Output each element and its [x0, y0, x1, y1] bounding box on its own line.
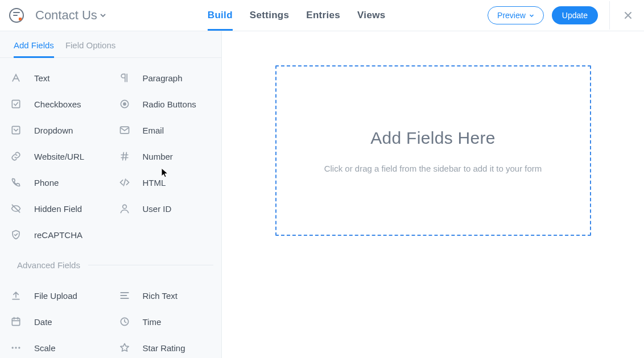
divider [609, 1, 610, 30]
svg-point-7 [122, 205, 126, 209]
sidebar-tab-field-options[interactable]: Field Options [65, 31, 115, 58]
field-label: HTML [143, 178, 166, 188]
checkbox-icon [10, 98, 28, 110]
svg-rect-5 [12, 126, 19, 134]
field-scale[interactable]: Scale [5, 335, 111, 358]
chevron-down-icon [100, 12, 106, 19]
svg-point-12 [18, 347, 20, 348]
topbar: Contact Us Build Settings Entries Views … [0, 0, 644, 31]
field-date[interactable]: Date [5, 309, 111, 335]
preview-label: Preview [497, 11, 526, 20]
hidden-icon [10, 203, 28, 214]
app-logo[interactable] [8, 7, 25, 24]
tab-entries[interactable]: Entries [306, 10, 340, 31]
field-label: Phone [34, 178, 59, 188]
field-label: Rich Text [143, 291, 177, 301]
field-label: Date [34, 317, 52, 327]
field-label: User ID [143, 204, 172, 214]
field-phone[interactable]: Phone [5, 169, 111, 195]
field-checkboxes[interactable]: Checkboxes [5, 91, 111, 117]
chevron-down-icon [529, 13, 534, 18]
advanced-fields-grid: File Upload Rich Text Date [0, 276, 221, 358]
tab-build[interactable]: Build [208, 10, 233, 31]
field-label: Email [143, 126, 164, 135]
field-label: File Upload [34, 291, 77, 301]
user-icon [119, 203, 137, 214]
sidebar-tabs: Add Fields Field Options [0, 31, 221, 58]
field-label: Checkboxes [34, 99, 81, 109]
basic-fields-grid: Text Paragraph Checkboxes [0, 58, 221, 255]
svg-point-11 [15, 347, 16, 348]
paragraph-icon [119, 72, 137, 84]
email-icon [119, 124, 137, 136]
topbar-actions: Preview Update [488, 1, 635, 30]
field-label: Paragraph [143, 73, 183, 83]
field-radio-buttons[interactable]: Radio Buttons [113, 91, 220, 117]
dropzone-subtitle: Click or drag a field from the sidebar t… [324, 164, 542, 173]
radio-icon [119, 98, 137, 110]
richtext-icon [119, 290, 137, 301]
field-label: Scale [34, 343, 56, 353]
dropzone[interactable]: Add Fields Here Click or drag a field fr… [275, 65, 591, 236]
field-website-url[interactable]: Website/URL [5, 143, 111, 169]
preview-button[interactable]: Preview [488, 6, 544, 24]
update-button[interactable]: Update [552, 6, 598, 24]
close-button[interactable] [621, 9, 635, 22]
form-canvas: Add Fields Here Click or drag a field fr… [222, 31, 644, 358]
field-label: Radio Buttons [143, 99, 196, 109]
dropdown-icon [10, 124, 28, 136]
svg-point-4 [123, 102, 126, 106]
field-recaptcha[interactable]: reCAPTCHA [5, 222, 111, 248]
field-star-rating[interactable]: Star Rating [113, 335, 220, 358]
sidebar-tab-add-fields[interactable]: Add Fields [14, 31, 54, 58]
tab-settings[interactable]: Settings [250, 10, 289, 31]
svg-point-10 [12, 347, 14, 348]
field-rich-text[interactable]: Rich Text [113, 282, 220, 309]
field-email[interactable]: Email [113, 117, 220, 143]
sidebar: Add Fields Field Options Text Paragraph [0, 31, 222, 358]
tab-views[interactable]: Views [357, 10, 385, 31]
field-user-id[interactable]: User ID [113, 195, 220, 222]
page-title-text: Contact Us [35, 8, 97, 23]
field-label: Website/URL [34, 152, 84, 161]
date-icon [10, 316, 28, 327]
field-label: Text [34, 73, 50, 83]
upload-icon [10, 290, 28, 301]
main-area: Add Fields Field Options Text Paragraph [0, 31, 644, 358]
field-dropdown[interactable]: Dropdown [5, 117, 111, 143]
field-label: Hidden Field [34, 204, 82, 214]
field-label: Number [143, 152, 173, 161]
field-time[interactable]: Time [113, 309, 220, 335]
svg-rect-8 [12, 318, 19, 326]
time-icon [119, 316, 137, 327]
svg-rect-1 [19, 18, 22, 20]
field-file-upload[interactable]: File Upload [5, 282, 111, 309]
link-icon [10, 151, 28, 162]
page-title-dropdown[interactable]: Contact Us [35, 8, 106, 23]
field-html[interactable]: HTML [113, 169, 220, 195]
advanced-fields-heading: Advanced Fields [0, 255, 221, 276]
code-icon [119, 177, 137, 188]
dropzone-title: Add Fields Here [370, 128, 496, 148]
phone-icon [10, 177, 28, 188]
main-tabs: Build Settings Entries Views [208, 0, 386, 31]
hash-icon [119, 151, 137, 162]
field-paragraph[interactable]: Paragraph [113, 65, 220, 91]
field-number[interactable]: Number [113, 143, 220, 169]
section-label: Advanced Fields [17, 260, 80, 270]
field-label: Star Rating [143, 343, 185, 353]
field-text[interactable]: Text [5, 65, 111, 91]
svg-rect-2 [12, 100, 19, 107]
recaptcha-icon [10, 229, 28, 240]
field-hidden[interactable]: Hidden Field [5, 195, 111, 222]
field-label: Dropdown [34, 126, 73, 135]
scale-icon [10, 342, 28, 353]
field-label: Time [143, 317, 162, 327]
star-icon [119, 342, 137, 353]
field-label: reCAPTCHA [34, 230, 82, 240]
text-icon [10, 72, 28, 84]
